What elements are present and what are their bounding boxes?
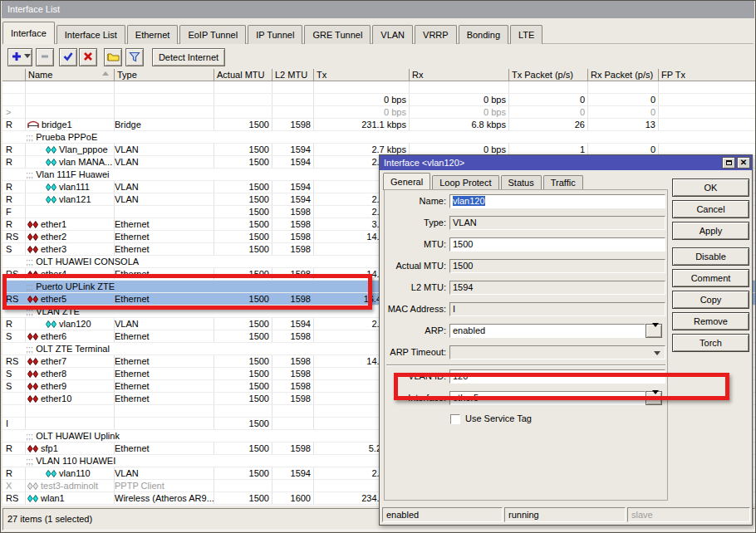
tab-gre-tunnel[interactable]: GRE Tunnel	[304, 25, 371, 44]
dialog-titlebar[interactable]: Interface <vlan120>	[380, 155, 752, 170]
name-field[interactable]: vlan120	[449, 194, 665, 208]
type-cell	[115, 418, 214, 429]
column-header-type[interactable]: Type	[115, 69, 214, 81]
name-cell: ether2	[26, 231, 115, 242]
dropdown-icon	[654, 351, 660, 359]
mtu-field[interactable]: 1500	[449, 237, 665, 252]
ethernet-icon	[27, 244, 38, 255]
dialog-tab-general[interactable]: General	[383, 173, 430, 190]
comment-button[interactable]: Comment	[672, 269, 749, 287]
ethernet-icon	[27, 394, 38, 404]
tab-ip-tunnel[interactable]: IP Tunnel	[248, 25, 302, 44]
arp-timeout-combo[interactable]	[449, 345, 665, 359]
add-icon	[10, 51, 23, 64]
window-titlebar[interactable]: Interface List	[2, 1, 754, 18]
tx-cell: 0 bps	[314, 94, 410, 105]
close-button[interactable]: ✕	[737, 157, 750, 169]
flag-cell: S	[2, 330, 26, 342]
column-header-rxp[interactable]: Rx Packet (p/s)	[588, 69, 659, 81]
amtu-cell	[214, 405, 272, 417]
column-header-tx[interactable]: Tx	[314, 69, 410, 81]
amtu-cell: 1500	[214, 330, 272, 342]
interface-name: ether1	[41, 219, 66, 229]
copy-button[interactable]: Copy	[672, 291, 749, 309]
apply-button[interactable]: Apply	[672, 222, 749, 240]
type-field[interactable]: VLAN	[449, 216, 665, 230]
rxp-cell: 0	[588, 94, 659, 105]
tab-ethernet[interactable]: Ethernet	[127, 25, 179, 44]
dialog-tab-loop-protect[interactable]: Loop Protect	[432, 175, 498, 190]
mac-address-field[interactable]: I	[449, 302, 665, 316]
comment-button[interactable]	[104, 48, 122, 66]
rx-cell	[410, 81, 509, 93]
filter-button[interactable]	[125, 48, 144, 66]
remove-button[interactable]	[36, 48, 54, 66]
tab-vrrp[interactable]: VRRP	[415, 25, 457, 44]
column-header-txp[interactable]: Tx Packet (p/s)	[509, 69, 588, 81]
table-row[interactable]	[2, 81, 756, 94]
tab-lte[interactable]: LTE	[510, 25, 542, 44]
disable-button[interactable]	[79, 48, 97, 66]
name-cell: ether8	[26, 368, 115, 379]
actual-mtu-field[interactable]: 1500	[449, 259, 665, 273]
comment-marker: ;;;	[26, 132, 36, 142]
l2mtu-cell: 1594	[272, 144, 314, 155]
enable-button[interactable]	[59, 48, 77, 66]
flag-cell	[2, 405, 26, 417]
flag-cell: S	[2, 380, 26, 392]
type-cell: VLAN	[115, 467, 214, 479]
tab-bonding[interactable]: Bonding	[459, 25, 508, 44]
column-header-fptx[interactable]: FP Tx	[659, 69, 756, 81]
comment-cell: ;;; Prueba PPPoE	[26, 131, 740, 143]
ok-button[interactable]: OK	[672, 178, 749, 197]
l2-mtu-field[interactable]: 1594	[449, 281, 665, 295]
torch-button[interactable]: Torch	[672, 334, 749, 352]
form-separator	[386, 364, 665, 366]
tab-eoip-tunnel[interactable]: EoIP Tunnel	[179, 25, 246, 44]
cancel-button[interactable]: Cancel	[672, 200, 749, 218]
dialog-tab-status[interactable]: Status	[501, 175, 542, 190]
bridge-icon	[27, 120, 39, 130]
name-cell	[26, 81, 115, 93]
column-header-amtu[interactable]: Actual MTU	[214, 69, 272, 81]
arp-dropdown-button[interactable]	[646, 324, 662, 338]
column-header-name[interactable]: Name	[26, 69, 115, 81]
enable-icon	[62, 51, 74, 64]
column-header-l2mtu[interactable]: L2 MTU	[272, 69, 314, 81]
amtu-cell: 1500	[214, 355, 272, 367]
tab-interface-list[interactable]: Interface List	[56, 25, 125, 44]
use-service-tag-checkbox[interactable]	[450, 414, 460, 424]
name-cell: vlan120	[26, 318, 115, 330]
column-header-flag[interactable]	[2, 69, 26, 81]
arp-combo[interactable]: enabled	[449, 324, 646, 338]
remove-button[interactable]: Remove	[672, 312, 749, 330]
maximize-button[interactable]	[722, 157, 735, 169]
txp-cell: 0	[509, 106, 588, 118]
add-button[interactable]	[7, 48, 32, 66]
tx-cell: 0 bps	[314, 106, 410, 118]
l2mtu-cell	[272, 405, 314, 417]
amtu-cell: 1500	[214, 206, 272, 218]
table-row[interactable]: Rbridge1Bridge15001598231.1 kbps6.8 kbps…	[2, 119, 756, 131]
disable-button[interactable]: Disable	[672, 247, 749, 266]
ethernet-icon	[27, 219, 38, 230]
rx-cell: 0 bps	[410, 94, 509, 105]
tab-interface[interactable]: Interface	[2, 22, 55, 44]
dialog-tabstrip: GeneralLoop ProtectStatusTraffic	[383, 173, 585, 190]
type-cell: Ethernet	[115, 243, 214, 255]
flag-cell	[2, 343, 26, 355]
comment-text: VLAN 110 HUAWEI	[36, 456, 115, 466]
vlan-icon	[46, 468, 56, 479]
selected-text: vlan120	[453, 196, 485, 206]
flag-cell: R	[2, 156, 26, 168]
l2mtu-cell	[272, 480, 314, 491]
comment-row[interactable]: ;;; Prueba PPPoE	[2, 131, 756, 144]
name-cell	[26, 94, 115, 105]
table-row[interactable]: 0 bps0 bps000	[2, 94, 756, 106]
dialog-tab-traffic[interactable]: Traffic	[543, 175, 583, 190]
comment-text: OLT HUAWEI Uplink	[36, 431, 120, 441]
detect-internet-button[interactable]: Detect Internet	[152, 48, 225, 66]
tab-vlan[interactable]: VLAN	[372, 25, 413, 44]
column-header-rx[interactable]: Rx	[410, 69, 509, 81]
table-row[interactable]: >0 bps0 bps000	[2, 106, 756, 119]
